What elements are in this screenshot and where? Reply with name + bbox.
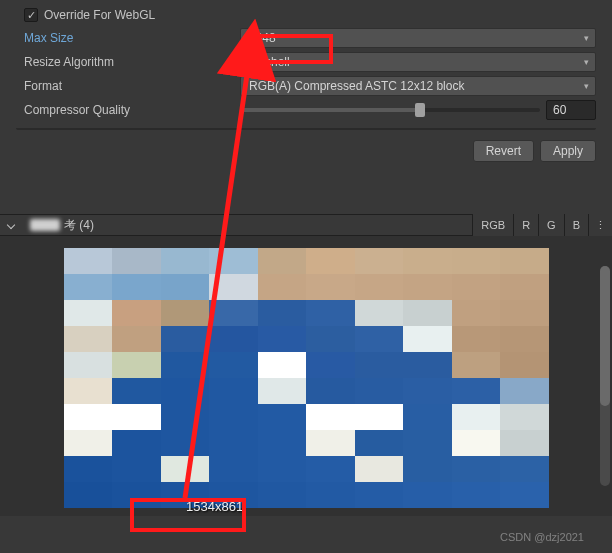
- channel-rgb-button[interactable]: RGB: [472, 214, 513, 236]
- compressor-quality-slider[interactable]: [240, 108, 540, 112]
- channel-b-button[interactable]: B: [564, 214, 588, 236]
- channel-buttons: RGB R G B ⋮: [472, 214, 612, 236]
- preview-header: 考 (4) RGB R G B ⋮: [0, 214, 612, 236]
- chevron-down-icon[interactable]: [7, 221, 15, 229]
- max-size-label-group: Max Size: [0, 31, 240, 45]
- more-options-button[interactable]: ⋮: [588, 214, 612, 236]
- max-size-value: 2048: [249, 31, 276, 45]
- compressor-quality-label: Compressor Quality: [24, 103, 130, 117]
- override-checkbox[interactable]: ✓: [24, 8, 38, 22]
- preview-body: 1534x861: [0, 236, 612, 516]
- override-label: Override For WebGL: [44, 8, 155, 22]
- texture-preview-section: 考 (4) RGB R G B ⋮ 1534x861: [0, 214, 612, 516]
- apply-button-row: Revert Apply: [0, 130, 612, 166]
- pixelated-content: [64, 248, 549, 508]
- dimensions-label: 1534x861: [186, 499, 243, 514]
- texture-preview-image[interactable]: [64, 248, 549, 508]
- compressor-quality-row: Compressor Quality 60: [0, 98, 612, 122]
- resize-algorithm-dropdown[interactable]: Mitchell: [240, 52, 596, 72]
- scrollbar-thumb[interactable]: [600, 266, 610, 406]
- max-size-label: Max Size: [24, 31, 73, 45]
- resize-algorithm-label: Resize Algorithm: [24, 55, 114, 69]
- max-size-dropdown[interactable]: 2048: [240, 28, 596, 48]
- compressor-quality-value[interactable]: 60: [546, 100, 596, 120]
- texture-inspector-panel: ✓ Override For WebGL Max Size 2048 Resiz…: [0, 0, 612, 170]
- max-size-row: Max Size 2048: [0, 26, 612, 50]
- format-label: Format: [24, 79, 62, 93]
- preview-title: 考 (4): [64, 217, 472, 234]
- watermark-text: CSDN @dzj2021: [500, 531, 584, 543]
- resize-algorithm-value: Mitchell: [249, 55, 290, 69]
- slider-thumb-icon[interactable]: [415, 103, 425, 117]
- preview-scrollbar-vertical[interactable]: [600, 266, 610, 486]
- format-row: Format RGB(A) Compressed ASTC 12x12 bloc…: [0, 74, 612, 98]
- override-row: ✓ Override For WebGL: [0, 4, 612, 26]
- resize-algorithm-row: Resize Algorithm Mitchell: [0, 50, 612, 74]
- channel-g-button[interactable]: G: [538, 214, 564, 236]
- format-dropdown[interactable]: RGB(A) Compressed ASTC 12x12 block: [240, 76, 596, 96]
- revert-button[interactable]: Revert: [473, 140, 534, 162]
- channel-r-button[interactable]: R: [513, 214, 538, 236]
- blurred-title-part: [30, 219, 60, 231]
- override-label-group: ✓ Override For WebGL: [0, 8, 240, 22]
- format-value: RGB(A) Compressed ASTC 12x12 block: [249, 79, 464, 93]
- apply-button[interactable]: Apply: [540, 140, 596, 162]
